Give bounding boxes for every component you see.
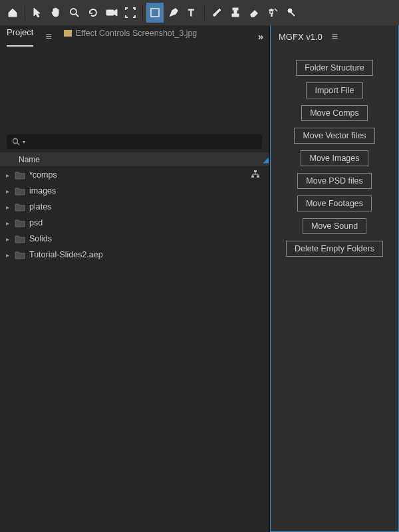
hand-tool-icon[interactable] — [47, 3, 65, 23]
svg-rect-3 — [151, 9, 159, 17]
preview-area — [0, 48, 269, 131]
search-dropdown-icon[interactable]: ▾ — [23, 139, 25, 145]
zoom-tool-icon[interactable] — [66, 3, 83, 23]
svg-rect-7 — [233, 8, 238, 10]
svg-line-12 — [17, 143, 19, 145]
mgfx-action-button[interactable]: Move Footages — [297, 196, 372, 211]
svg-rect-13 — [254, 170, 257, 172]
eraser-tool-icon[interactable] — [245, 3, 263, 23]
item-label: *comps — [29, 170, 57, 180]
svg-point-0 — [70, 9, 76, 15]
svg-rect-2 — [106, 10, 114, 15]
svg-point-11 — [13, 139, 18, 144]
mgfx-title[interactable]: MGFX v1.0 — [279, 32, 323, 42]
top-toolbar: T — [0, 0, 399, 25]
rectangle-tool-icon[interactable] — [146, 3, 164, 23]
svg-point-8 — [270, 9, 272, 11]
folder-icon — [15, 187, 25, 196]
project-item[interactable]: ▸ plates — [0, 199, 269, 215]
tab-effect-controls[interactable]: Effect Controls Screenshot_3.jpg — [64, 29, 198, 45]
project-item[interactable]: ▸ psd — [0, 215, 269, 231]
project-item[interactable]: ▸ images — [0, 183, 269, 199]
panel-menu-icon[interactable]: ≡ — [45, 31, 51, 43]
camera-tool-icon[interactable] — [103, 3, 120, 23]
folder-icon — [15, 203, 25, 211]
mgfx-button-list: Folder StructureImport FileMove CompsMov… — [271, 48, 398, 269]
svg-rect-5 — [232, 14, 239, 17]
search-input[interactable]: ▾ — [7, 134, 262, 149]
item-label: images — [29, 186, 56, 196]
mgfx-action-button[interactable]: Move Sound — [303, 218, 366, 234]
mgfx-panel: MGFX v1.0 ≡ Folder StructureImport FileM… — [270, 25, 399, 532]
mgfx-action-button[interactable]: Move Vector files — [294, 128, 374, 144]
project-panel: Project ≡ Effect Controls Screenshot_3.j… — [0, 25, 269, 532]
expand-caret-icon[interactable]: ▸ — [4, 188, 11, 195]
svg-text:T: T — [188, 8, 194, 17]
folder-icon — [15, 235, 25, 243]
mgfx-action-button[interactable]: Import File — [306, 82, 362, 98]
expand-caret-icon[interactable]: ▸ — [4, 219, 11, 227]
mgfx-action-button[interactable]: Delete Empty Folders — [286, 241, 383, 257]
project-item[interactable]: ▸ Solids — [0, 231, 269, 247]
column-corner-icon: ◢ — [263, 155, 269, 164]
expand-caret-icon[interactable]: ▸ — [4, 172, 11, 179]
overflow-icon[interactable]: » — [258, 31, 263, 42]
svg-line-10 — [291, 12, 295, 16]
toolbar-separator — [142, 5, 143, 21]
expand-caret-icon[interactable]: ▸ — [4, 203, 11, 211]
roto-brush-tool-icon[interactable] — [264, 3, 281, 23]
project-item[interactable]: ▸ *comps — [0, 167, 269, 183]
puppet-pin-tool-icon[interactable] — [283, 3, 300, 23]
expand-caret-icon[interactable]: ▸ — [4, 235, 11, 243]
column-header-label: Name — [19, 155, 40, 164]
folder-icon — [15, 171, 25, 180]
item-label: psd — [29, 218, 43, 227]
mgfx-action-button[interactable]: Move PSD files — [297, 173, 371, 189]
project-item[interactable]: ▸ Tutorial-Slides2.aep — [0, 247, 269, 263]
mgfx-action-button[interactable]: Move Images — [301, 150, 368, 166]
selection-tool-icon[interactable] — [29, 3, 46, 23]
svg-rect-14 — [251, 176, 254, 178]
folder-icon — [15, 219, 25, 227]
toolbar-separator — [204, 5, 205, 21]
item-label: plates — [29, 202, 51, 211]
region-of-interest-icon[interactable] — [122, 3, 139, 23]
mgfx-action-button[interactable]: Move Comps — [301, 105, 368, 121]
flowchart-icon[interactable] — [251, 170, 259, 180]
item-label: Solids — [29, 234, 52, 243]
brush-tool-icon[interactable] — [208, 3, 225, 23]
project-file-list: ▸ *comps ▸ images ▸ plates ▸ psd ▸ Solid… — [0, 167, 269, 532]
folder-icon — [64, 30, 72, 37]
column-header-name[interactable]: Name ◢ — [0, 152, 269, 167]
mgfx-action-button[interactable]: Folder Structure — [296, 60, 373, 76]
expand-caret-icon[interactable]: ▸ — [4, 251, 11, 259]
pen-tool-icon[interactable] — [165, 3, 182, 23]
text-tool-icon[interactable]: T — [184, 3, 201, 23]
item-label: Tutorial-Slides2.aep — [29, 250, 103, 259]
home-icon[interactable] — [4, 3, 21, 23]
panel-menu-icon[interactable]: ≡ — [332, 31, 338, 43]
svg-rect-15 — [257, 176, 259, 178]
svg-line-1 — [76, 14, 78, 17]
effect-controls-label: Effect Controls Screenshot_3.jpg — [76, 29, 198, 38]
rotate-tool-icon[interactable] — [84, 3, 102, 23]
folder-icon — [15, 251, 25, 259]
toolbar-separator — [25, 5, 25, 21]
tab-project[interactable]: Project — [7, 27, 33, 47]
clone-stamp-tool-icon[interactable] — [227, 3, 244, 23]
